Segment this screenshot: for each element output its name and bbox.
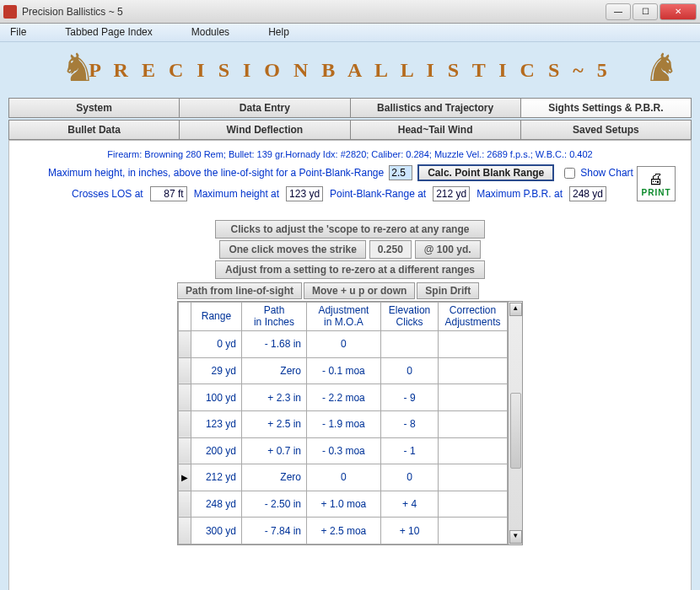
row-marker [179,437,191,464]
cell-range: 248 yd [191,491,241,518]
table-row[interactable]: 0 yd- 1.68 in0 [179,331,508,358]
menu-tabbed[interactable]: Tabbed Page Index [60,24,186,41]
col-corr: Correction Adjustments [439,303,507,331]
knight-right-icon: ♞ [638,44,685,91]
tab-system[interactable]: System [8,98,180,118]
cell-path: + 0.7 in [241,437,306,464]
cell-elev [380,331,439,358]
cell-corr [439,331,507,358]
firearm-info: Firearm: Browning 280 Rem; Bullet: 139 g… [18,149,682,159]
maxhat-label: Maximum height at [194,188,279,200]
minimize-button[interactable]: — [606,3,631,20]
pbr-input-row: Maximum height, in inches, above the lin… [18,164,682,181]
print-button[interactable]: 🖨 PRINT [637,166,676,201]
cell-corr [439,410,507,437]
cell-path: - 2.50 in [241,491,306,518]
cell-elev: - 1 [380,437,439,464]
table-row[interactable]: 200 yd+ 0.7 in- 0.3 moa- 1 [179,437,508,464]
showchart-label: Show Chart [580,167,633,179]
cell-range: 123 yd [191,410,241,437]
row-marker [179,410,191,437]
tab-sights[interactable]: Sights Settings & P.B.R. [521,98,692,118]
cell-range: 212 yd [191,464,241,491]
row-marker [179,384,191,411]
cell-adj: 0 [307,464,381,491]
tab-spin[interactable]: Spin Drift [417,282,479,299]
cell-adj: - 1.9 moa [307,410,381,437]
tab-data-entry[interactable]: Data Entry [180,98,350,118]
menu-modules[interactable]: Modules [186,24,263,41]
cell-range: 100 yd [191,384,241,411]
tab-path[interactable]: Path from line-of-sight [177,282,302,299]
cell-path: - 7.84 in [241,518,306,544]
knight-left-icon: ♞ [54,44,101,91]
maxpbr-value [569,186,606,201]
maximize-button[interactable]: ☐ [633,3,658,20]
adjust-panel: Clicks to adjust the 'scope to re-zero a… [177,220,523,545]
page-title: P R E C I S I O N B A L L I S T I C S ~ … [0,49,700,82]
tab-row-2: Bullet Data Wind Deflection Head~Tail Wi… [0,118,700,140]
scroll-down-icon[interactable]: ▼ [509,530,522,544]
cell-adj: + 2.5 moa [307,518,381,544]
cell-range: 300 yd [191,518,241,544]
maxhat-value [286,186,323,201]
cell-path: - 1.68 in [241,331,306,358]
table-row[interactable]: 29 ydZero- 0.1 moa0 [179,357,508,384]
cell-corr [439,437,507,464]
titlebar: Precision Ballistics ~ 5 — ☐ ✕ [0,0,700,24]
cell-adj: + 1.0 moa [307,491,381,518]
maxheight-input[interactable] [389,165,412,180]
col-range: Range [191,303,241,331]
tab-bullet-data[interactable]: Bullet Data [8,120,180,140]
cell-elev: + 4 [380,491,439,518]
cell-elev: 0 [380,464,439,491]
row-marker [179,331,191,358]
pbr-results-row: Crosses LOS at Maximum height at Point-B… [18,186,682,201]
cell-corr [439,464,507,491]
table-wrap: Range Path in Inches Adjustment in M.O.A… [177,301,523,545]
cell-corr [439,518,507,544]
table-row[interactable]: 300 yd- 7.84 in+ 2.5 moa+ 10 [179,518,508,544]
table-scrollbar[interactable]: ▲ ▼ [508,302,522,544]
ballistics-table: Range Path in Inches Adjustment in M.O.A… [178,302,508,544]
scroll-thumb[interactable] [510,393,521,469]
calc-pbr-button[interactable]: Calc. Point Blank Range [417,164,554,181]
scroll-up-icon[interactable]: ▲ [509,303,522,316]
crosses-value [150,186,187,201]
col-path: Path in Inches [241,303,306,331]
cell-path: + 2.5 in [241,410,306,437]
close-button[interactable]: ✕ [660,3,697,20]
tab-saved[interactable]: Saved Setups [521,120,692,140]
one-click-button[interactable]: One click moves the strike [219,240,365,259]
cell-adj: - 0.1 moa [307,357,381,384]
cell-path: Zero [241,357,306,384]
clicks-adjust-button[interactable]: Clicks to adjust the 'scope to re-zero a… [215,220,485,239]
table-row[interactable]: 100 yd+ 2.3 in- 2.2 moa- 9 [179,384,508,411]
row-marker [179,357,191,384]
pbrat-value [433,186,470,201]
print-icon: 🖨 [649,170,664,188]
tab-wind[interactable]: Wind Deflection [180,120,350,140]
cell-path: Zero [241,464,306,491]
at-100yd-button[interactable]: @ 100 yd. [415,240,481,259]
tab-headtail[interactable]: Head~Tail Wind [351,120,521,140]
cell-corr [439,384,507,411]
tab-move[interactable]: Move + u p or down [304,282,415,299]
tab-row-1: System Data Entry Ballistics and Traject… [0,96,700,118]
menu-file[interactable]: File [5,24,60,41]
cell-corr [439,357,507,384]
table-row[interactable]: 248 yd- 2.50 in+ 1.0 moa+ 4 [179,491,508,518]
app-icon [3,5,17,19]
showchart-checkbox[interactable] [564,168,575,179]
table-row[interactable]: 123 yd+ 2.5 in- 1.9 moa- 8 [179,410,508,437]
tab-ballistics[interactable]: Ballistics and Trajectory [351,98,521,118]
table-row[interactable]: ▶212 ydZero00 [179,464,508,491]
cell-range: 0 yd [191,331,241,358]
cell-path: + 2.3 in [241,384,306,411]
cell-elev: - 9 [380,384,439,411]
table-tab-row: Path from line-of-sight Move + u p or do… [177,282,523,299]
adjust-from-button[interactable]: Adjust from a setting to re-zero at a di… [215,260,485,279]
window-title: Precision Ballistics ~ 5 [22,6,606,18]
cell-adj: - 2.2 moa [307,384,381,411]
menu-help[interactable]: Help [263,24,323,41]
